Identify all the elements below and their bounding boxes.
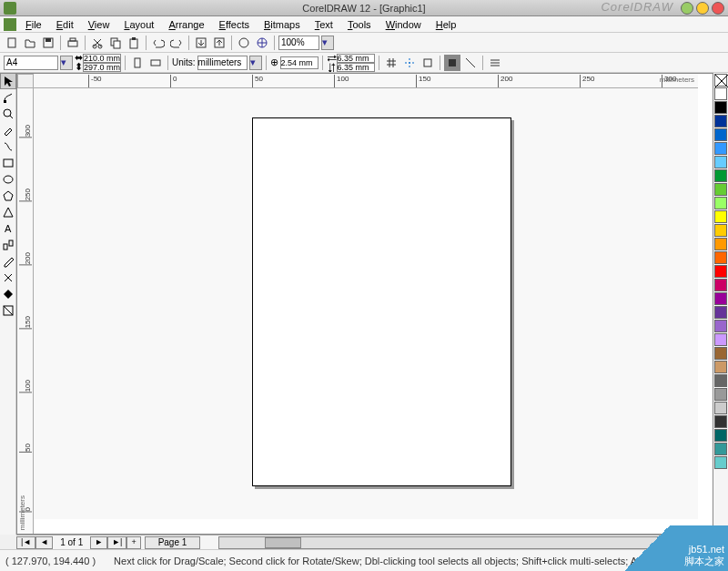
units-dropdown[interactable]: ▾ [249,56,262,70]
color-swatch[interactable] [714,333,727,346]
portrait-button[interactable] [129,55,146,71]
polygon-tool[interactable] [0,188,16,204]
color-swatch[interactable] [714,128,727,141]
export-button[interactable] [211,35,228,51]
rectangle-tool[interactable] [0,155,16,171]
basic-shapes-tool[interactable] [0,204,16,220]
text-tool[interactable]: A [0,220,16,237]
color-swatch[interactable] [714,388,727,401]
menu-text[interactable]: Text [308,19,340,30]
landscape-button[interactable] [147,55,164,71]
interactive-fill-tool[interactable] [0,302,16,319]
color-swatch[interactable] [714,224,727,237]
add-page-button[interactable]: + [126,536,140,549]
color-swatch[interactable] [714,292,727,305]
color-swatch[interactable] [714,402,727,414]
color-swatch[interactable] [714,156,727,168]
menu-tools[interactable]: Tools [340,19,379,30]
color-swatch[interactable] [714,115,727,127]
cut-button[interactable] [89,35,106,51]
color-swatch[interactable] [714,443,727,455]
outline-tool[interactable] [0,270,16,286]
close-button[interactable] [712,2,724,15]
menu-window[interactable]: Window [379,19,429,30]
dup-x-field[interactable] [337,54,375,63]
color-swatch[interactable] [714,279,727,291]
zoom-tool[interactable] [0,106,16,122]
color-swatch[interactable] [714,456,727,469]
color-swatch[interactable] [714,210,727,223]
maximize-button[interactable] [696,2,709,15]
color-swatch[interactable] [714,142,727,155]
fill-tool[interactable] [0,286,16,302]
menu-layout[interactable]: Layout [116,19,161,30]
undo-button[interactable] [150,35,167,51]
scroll-thumb[interactable] [265,537,301,548]
menu-view[interactable]: View [81,19,117,30]
smart-draw-tool[interactable] [0,138,16,155]
freehand-tool[interactable] [0,122,16,138]
color-swatch[interactable] [714,361,727,373]
shape-tool[interactable] [0,89,16,106]
options-button[interactable] [487,55,503,71]
minimize-button[interactable] [681,2,693,15]
last-page-button[interactable]: ►| [107,536,126,549]
menu-help[interactable]: Help [429,19,464,30]
redo-button[interactable] [168,35,185,51]
interactive-blend-tool[interactable] [0,237,16,253]
color-swatch[interactable] [714,251,727,264]
color-swatch[interactable] [714,238,727,250]
color-swatch[interactable] [714,306,727,319]
app-launcher-button[interactable] [236,35,252,51]
paste-button[interactable] [126,35,142,51]
zoom-field[interactable] [278,36,319,50]
snap-to-objects-button[interactable] [420,55,436,71]
color-swatch[interactable] [714,183,727,196]
menu-effects[interactable]: Effects [212,19,257,30]
no-color-swatch[interactable] [714,74,727,87]
units-combo[interactable] [197,56,248,70]
color-swatch[interactable] [714,265,727,278]
open-button[interactable] [22,35,38,51]
next-page-button[interactable]: ► [90,536,107,549]
save-button[interactable] [40,35,56,51]
eyedropper-tool[interactable] [0,253,16,270]
ruler-origin[interactable] [17,74,34,88]
dynamic-guides-button[interactable] [462,55,479,71]
ellipse-tool[interactable] [0,171,16,188]
color-swatch[interactable] [714,197,727,209]
color-swatch[interactable] [714,101,727,114]
menu-arrange[interactable]: Arrange [161,19,211,30]
paper-width-field[interactable] [83,54,121,63]
paper-dropdown[interactable]: ▾ [60,56,73,70]
paper-height-field[interactable] [83,63,121,72]
color-swatch[interactable] [714,320,727,332]
snap-to-guidelines-button[interactable] [401,55,418,71]
import-button[interactable] [193,35,209,51]
color-swatch[interactable] [714,374,727,387]
corel-online-button[interactable] [254,35,270,51]
horizontal-ruler[interactable]: -50 0 50 100 150 200 250 300 millimeters [34,74,698,88]
menu-file[interactable]: File [18,19,49,30]
zoom-spinner[interactable]: ▾ [321,36,334,50]
menu-edit[interactable]: Edit [49,19,81,30]
nudge-field[interactable] [280,56,318,69]
copy-button[interactable] [107,35,124,51]
paper-size-combo[interactable] [4,56,58,70]
color-swatch[interactable] [714,87,727,100]
color-swatch[interactable] [714,415,727,428]
page-tab[interactable]: Page 1 [145,536,201,549]
color-swatch[interactable] [714,169,727,182]
color-swatch[interactable] [714,429,727,442]
first-page-button[interactable]: |◄ [16,536,35,549]
vertical-ruler[interactable]: 300 250 200 150 100 50 0 millimeters [17,88,34,534]
color-swatch[interactable] [714,347,727,360]
new-button[interactable] [4,35,20,51]
canvas[interactable] [34,88,698,519]
prev-page-button[interactable]: ◄ [35,536,53,549]
snap-to-grid-button[interactable] [383,55,399,71]
pick-tool[interactable] [0,73,16,89]
print-button[interactable] [65,35,81,51]
menu-bitmaps[interactable]: Bitmaps [257,19,308,30]
dup-y-field[interactable] [337,63,375,72]
